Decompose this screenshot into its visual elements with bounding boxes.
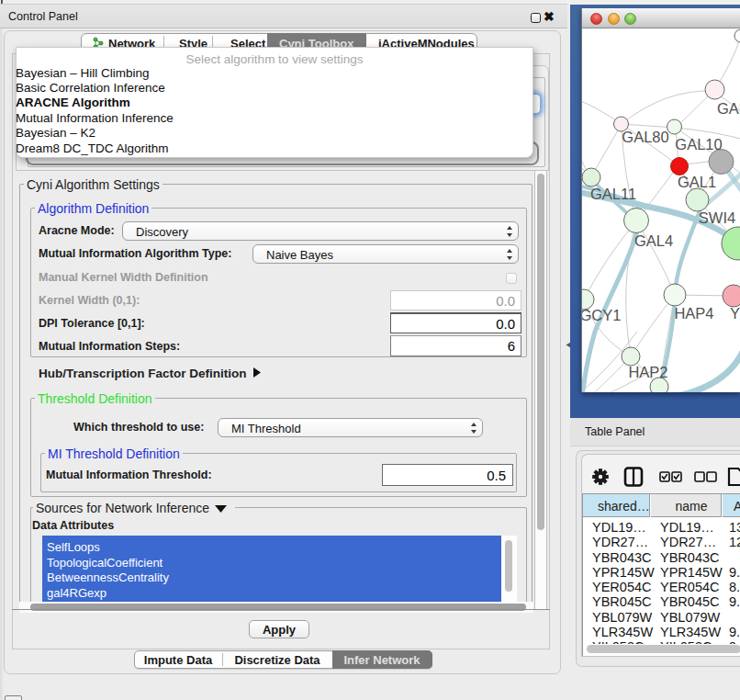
svg-text:GAL10: GAL10 [675,136,722,152]
svg-text:GCY1: GCY1 [582,307,621,323]
svg-text:Y: Y [730,305,740,322]
svg-text:SWI4: SWI4 [699,209,735,226]
svg-text:GAL7: GAL7 [717,100,740,117]
svg-text:GAL4: GAL4 [634,232,673,249]
svg-text:HAP2: HAP2 [628,364,667,380]
svg-text:GAL1: GAL1 [678,174,716,190]
svg-text:GAL11: GAL11 [590,186,636,202]
svg-text:HAP4: HAP4 [674,305,713,322]
svg-text:GAL80: GAL80 [622,129,668,145]
